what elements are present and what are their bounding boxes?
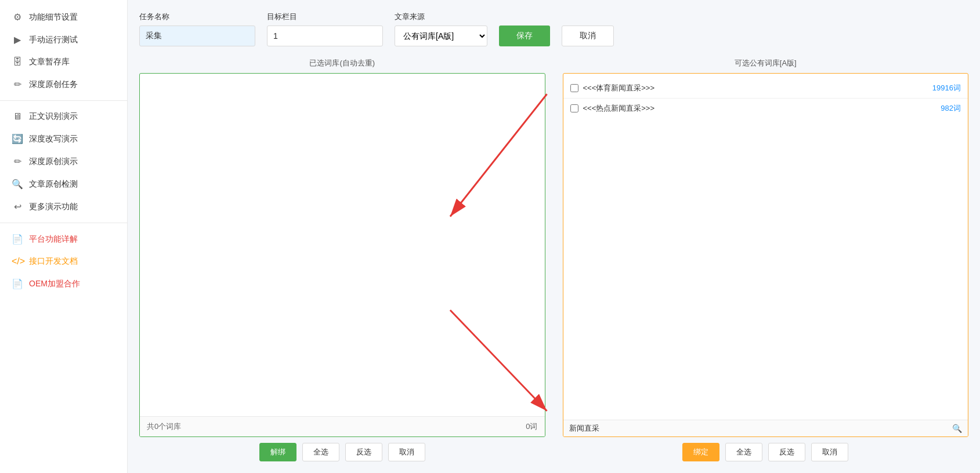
right-item-checkbox-1[interactable] [570,104,578,112]
cancel-top-button[interactable]: 取消 [562,26,614,46]
sidebar-item-deep-original-demo[interactable]: ✏ 深度原创演示 [0,150,127,173]
left-panel-title: 已选词库(自动去重) [139,58,545,68]
sidebar-item-deep-original-task[interactable]: ✏ 深度原创任务 [0,73,127,96]
right-invert-button[interactable]: 反选 [768,443,805,461]
right-panel-search-footer: 🔍 [563,420,968,436]
right-item-count-1: 982词 [941,103,961,114]
main-content: 任务名称 目标栏目 文章来源 公有词库[A版] 私有词库 共享词库 保存 取消 … [128,0,980,473]
sidebar-item-label: 深度原创演示 [29,157,78,167]
sidebar-item-feature-settings[interactable]: ⚙ 功能细节设置 [0,6,127,28]
refresh-icon: 🔄 [12,133,23,144]
search-icon: 🔍 [12,179,23,190]
database-icon: 🗄 [12,57,23,67]
sidebar-item-article-draft[interactable]: 🗄 文章暂存库 [0,51,127,73]
sidebar-item-label: 平台功能详解 [29,234,78,245]
right-item-0: <<<体育新闻直采>>> 19916词 [563,78,968,99]
sidebar-item-label: 接口开发文档 [29,256,78,267]
sidebar-item-label: OEM加盟合作 [29,279,80,289]
left-panel-count: 共0个词库 [147,421,181,432]
right-panel: 可选公有词库[A版] <<<体育新闻直采>>> 19916词 <<<热点新闻直采… [563,58,969,461]
left-panel-words: 0词 [526,421,537,432]
edit-icon: ✏ [12,79,23,90]
left-panel-content [140,74,545,416]
document2-icon: 📄 [12,278,23,289]
sidebar-item-api-docs[interactable]: </> 接口开发文档 [0,250,127,272]
right-item-1: <<<热点新闻直采>>> 982词 [563,99,968,118]
sidebar-item-article-check[interactable]: 🔍 文章原创检测 [0,173,127,195]
left-panel-footer: 共0个词库 0词 [140,416,545,436]
right-item-name-1: <<<热点新闻直采>>> [583,103,936,114]
sidebar-item-label: 正文识别演示 [29,111,78,122]
right-panel-title: 可选公有词库[A版] [563,58,969,68]
sidebar-item-label: 深度原创任务 [29,79,78,90]
task-name-label: 任务名称 [139,12,255,22]
right-item-name-0: <<<体育新闻直采>>> [583,83,928,93]
left-invert-button[interactable]: 反选 [345,443,382,461]
sidebar-item-text-recognition[interactable]: 🖥 正文识别演示 [0,105,127,128]
sidebar-item-manual-run[interactable]: ▶ 手动运行测试 [0,28,127,51]
unbind-button[interactable]: 解绑 [259,443,296,461]
right-item-checkbox-0[interactable] [570,84,578,92]
right-panel-search-input[interactable] [569,424,953,433]
right-item-count-0: 19916词 [932,83,961,93]
play-icon: ▶ [12,34,23,45]
sidebar-item-label: 文章原创检测 [29,179,78,190]
form-row: 任务名称 目标栏目 文章来源 公有词库[A版] 私有词库 共享词库 保存 取消 [139,12,968,46]
sidebar-item-label: 深度改写演示 [29,134,78,144]
monitor-icon: 🖥 [12,111,23,122]
right-panel-box: <<<体育新闻直采>>> 19916词 <<<热点新闻直采>>> 982词 🔍 [563,73,969,437]
sidebar-item-label: 更多演示功能 [29,202,78,212]
article-source-group: 文章来源 公有词库[A版] 私有词库 共享词库 [395,12,487,46]
task-name-group: 任务名称 [139,12,255,46]
sidebar-divider-2 [0,223,127,223]
target-col-group: 目标栏目 [267,12,383,46]
pencil-icon: ✏ [12,156,23,167]
left-panel-box: 共0个词库 0词 [139,73,545,437]
sidebar-item-more-demo[interactable]: ↩ 更多演示功能 [0,195,127,218]
panels-container: 已选词库(自动去重) 共0个词库 0词 解绑 全选 反选 取消 可选公有词库[A… [139,58,968,461]
article-source-select[interactable]: 公有词库[A版] 私有词库 共享词库 [395,26,487,46]
target-col-label: 目标栏目 [267,12,383,22]
right-action-row: 绑定 全选 反选 取消 [563,443,969,461]
arrow-icon: ↩ [12,201,23,212]
task-name-input[interactable] [139,26,255,46]
right-cancel-button[interactable]: 取消 [811,443,848,461]
gear-icon: ⚙ [12,12,23,23]
right-select-all-button[interactable]: 全选 [725,443,762,461]
code-icon: </> [12,256,23,267]
sidebar-item-deep-rewrite[interactable]: 🔄 深度改写演示 [0,128,127,150]
sidebar-item-oem[interactable]: 📄 OEM加盟合作 [0,272,127,295]
search-icon[interactable]: 🔍 [952,424,962,433]
left-select-all-button[interactable]: 全选 [302,443,339,461]
save-button[interactable]: 保存 [499,26,550,46]
left-action-row: 解绑 全选 反选 取消 [139,443,545,461]
target-col-input[interactable] [267,26,383,46]
left-panel: 已选词库(自动去重) 共0个词库 0词 解绑 全选 反选 取消 [139,58,545,461]
sidebar-item-platform-detail[interactable]: 📄 平台功能详解 [0,228,127,250]
article-source-label: 文章来源 [395,12,487,22]
sidebar-item-label: 功能细节设置 [29,12,78,23]
sidebar-item-label: 文章暂存库 [29,57,70,67]
document-icon: 📄 [12,234,23,245]
sidebar-item-label: 手动运行测试 [29,35,78,45]
left-cancel-button[interactable]: 取消 [388,443,425,461]
sidebar: ⚙ 功能细节设置 ▶ 手动运行测试 🗄 文章暂存库 ✏ 深度原创任务 🖥 正文识… [0,0,128,473]
sidebar-divider-1 [0,100,127,101]
right-panel-content: <<<体育新闻直采>>> 19916词 <<<热点新闻直采>>> 982词 [563,74,968,420]
bind-button[interactable]: 绑定 [682,443,719,461]
